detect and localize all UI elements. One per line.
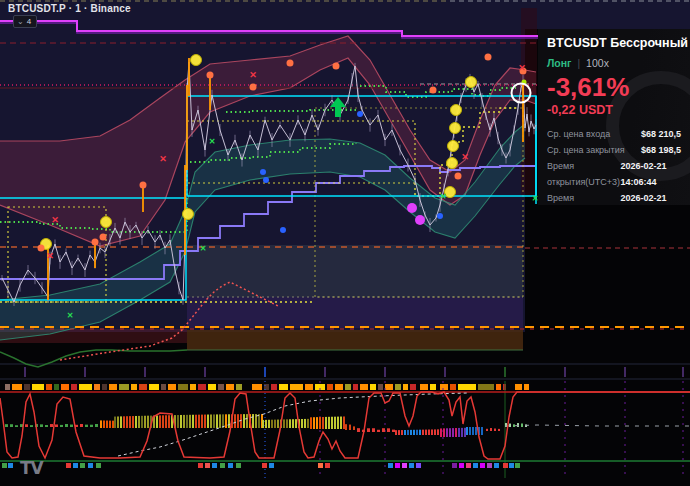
heat-strip-segment: [218, 384, 224, 390]
oscillator-histogram-bar: [498, 429, 500, 431]
event-strip-marker: [220, 463, 225, 468]
oscillator-histogram-bar: [449, 428, 451, 437]
heat-strip-segment: [161, 384, 166, 390]
oscillator-histogram-bar: [201, 415, 203, 428]
oscillator-histogram-bar: [431, 429, 433, 435]
interval-value: 4: [27, 17, 31, 26]
heat-strip-segment: [385, 384, 393, 390]
oscillator-histogram-bar: [434, 429, 436, 435]
close-signal-x: ✕: [518, 63, 526, 73]
event-strip-marker: [80, 463, 85, 468]
heat-strip-segment: [131, 384, 137, 390]
signal-dot-orange: [207, 72, 214, 79]
oscillator-histogram-bar: [85, 425, 88, 427]
signal-dot-orange: [485, 54, 492, 61]
pnl-percent: -3,61%: [547, 74, 681, 101]
event-strip-marker: [494, 463, 499, 468]
heat-strip-segment: [24, 384, 30, 390]
oscillator-histogram-bar: [340, 417, 342, 429]
position-stats: Ср. цена входа$68 210,5Ср. цена закрытия…: [547, 126, 681, 205]
oscillator-histogram-bar: [168, 415, 170, 428]
stat-value: $68 198,5: [641, 142, 681, 158]
event-strip-marker: [96, 463, 101, 468]
event-strip-marker: [416, 463, 421, 468]
oscillator-histogram-bar: [307, 419, 309, 428]
oscillator-histogram-bar: [292, 419, 294, 428]
oscillator-histogram-bar: [443, 428, 445, 437]
oscillator-histogram-bar: [413, 430, 415, 435]
event-strip-marker: [318, 463, 323, 468]
oscillator-histogram-bar: [377, 430, 380, 432]
stat-value: 2026-02-21 16:28:19: [621, 190, 681, 205]
event-strip-marker: [228, 463, 233, 468]
oscillator-histogram-bar: [246, 414, 248, 428]
oscillator-histogram-bar: [120, 416, 122, 428]
event-strip-marker: [459, 463, 464, 468]
oscillator-histogram-bar: [60, 425, 63, 427]
event-strip-marker: [88, 463, 93, 468]
heat-strip-segment: [478, 384, 494, 390]
oscillator-histogram-bar: [177, 415, 179, 428]
oscillator-histogram-bar: [126, 416, 128, 428]
stat-row: Ср. цена входа$68 210,5: [547, 126, 681, 142]
gray-flat-line: [505, 425, 690, 426]
event-strip-marker: [509, 463, 514, 468]
oscillator-histogram-bar: [95, 424, 98, 427]
heat-strip-segment: [198, 384, 206, 390]
heat-strip-segment: [61, 384, 69, 390]
signal-dot-yellow: [466, 77, 477, 88]
oscillator-histogram-bar: [219, 414, 221, 428]
oscillator-histogram-bar: [475, 427, 477, 435]
signal-dot-yellow: [191, 55, 202, 66]
heat-strip-segment: [430, 384, 436, 390]
oscillator-histogram-bar: [466, 427, 468, 435]
oscillator-histogram-bar: [345, 424, 347, 430]
heat-strip-segment: [327, 384, 333, 390]
heat-strip-segment: [102, 384, 107, 390]
oscillator-histogram-bar: [55, 424, 58, 427]
oscillator-histogram-bar: [50, 424, 53, 427]
tradingview-logo[interactable]: TV: [20, 458, 43, 478]
oscillator-histogram-bar: [325, 417, 327, 429]
oscillator-histogram-bar: [258, 414, 260, 428]
oscillator-histogram-bar: [437, 429, 439, 435]
signal-dot-orange: [430, 87, 437, 94]
oscillator-histogram-bar: [40, 424, 43, 427]
oscillator-histogram-bar: [165, 415, 167, 428]
oscillator-histogram-bar: [334, 417, 336, 429]
event-strip-marker: [269, 463, 274, 468]
indicator-zone: [187, 297, 523, 328]
oscillator-histogram-bar: [425, 430, 427, 435]
event-strip-marker: [388, 463, 393, 468]
oscillator-histogram-bar: [304, 419, 306, 428]
oscillator-histogram-bar: [469, 427, 471, 435]
oscillator-histogram-bar: [464, 428, 466, 437]
event-strip-marker: [466, 463, 471, 468]
oscillator-histogram-bar: [114, 417, 116, 428]
oscillator-histogram-bar: [234, 414, 236, 428]
oscillator-histogram-bar: [490, 428, 492, 431]
oscillator-histogram-bar: [398, 430, 400, 435]
oscillator-histogram-bar: [357, 428, 360, 432]
oscillator-histogram-bar: [395, 430, 397, 435]
oscillator-histogram-bar: [472, 427, 474, 435]
oscillator-histogram-bar: [343, 416, 345, 429]
oscillator-histogram-bar: [286, 419, 288, 428]
oscillator-histogram-bar: [353, 426, 355, 430]
oscillator-histogram-bar: [328, 417, 330, 429]
chevron-down-icon: ⌄: [17, 19, 24, 25]
stat-label: Время закрытия(UTC+3): [547, 190, 621, 205]
stat-label: Ср. цена закрытия: [547, 142, 625, 158]
oscillator-histogram-bar: [274, 420, 276, 428]
oscillator-histogram-bar: [156, 415, 158, 428]
oscillator-histogram-bar: [289, 419, 291, 428]
oscillator-histogram-bar: [422, 430, 424, 435]
side-badge-long: Лонг: [547, 57, 572, 69]
oscillator-histogram-bar: [65, 424, 68, 427]
heat-strip-segment: [149, 384, 159, 390]
heat-strip-segment: [190, 384, 196, 390]
interval-selector-button[interactable]: ⌄ 4: [13, 15, 37, 28]
symbol-title[interactable]: BTCUSDT.P · 1 · Binance: [8, 3, 131, 14]
oscillator-histogram-bar: [401, 430, 403, 435]
signal-dot-yellow: [450, 123, 461, 134]
